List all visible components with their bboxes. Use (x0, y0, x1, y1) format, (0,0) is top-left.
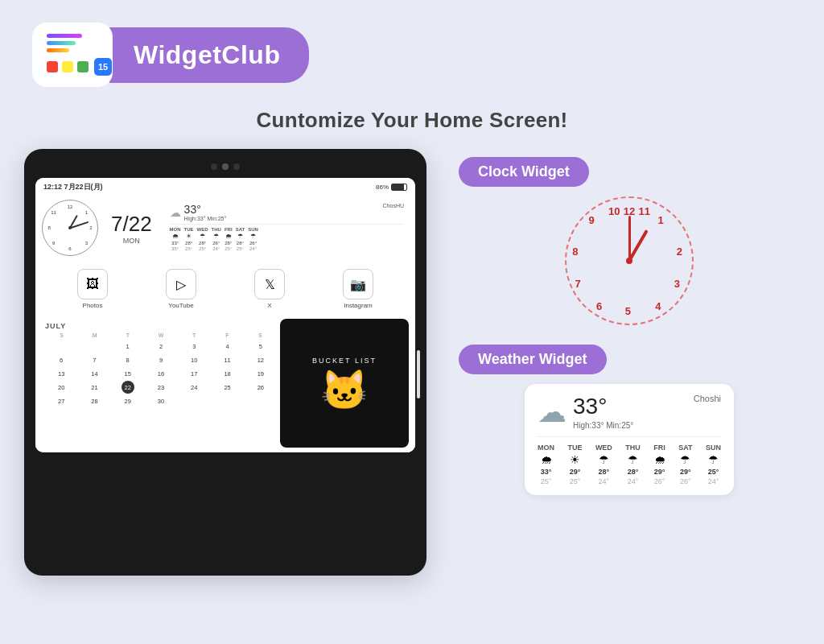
app-icon-item[interactable]: 📷Instagram (343, 269, 373, 309)
clock-num-6-sm: 6 (68, 246, 71, 251)
cn-9: 9 (589, 213, 595, 225)
screen-status-bar: 12:12 7月22日(月) 86% (35, 178, 415, 196)
cal-day-header: F (211, 332, 244, 338)
weather-lg-day-item: FRI🌧29°26° (653, 444, 665, 485)
cal-cell[interactable]: 18 (221, 367, 234, 380)
header: 15 WidgetClub (0, 0, 824, 100)
clock-minute-hand-lg (628, 216, 631, 261)
weather-top: ☁ 33° High:33° Min:25° ChosHU (170, 203, 404, 221)
cal-cell[interactable]: 30 (154, 394, 167, 407)
app-icon-item[interactable]: 𝕏X (254, 269, 285, 309)
clock-face-large: 12 1 2 3 4 5 6 7 8 9 10 11 (565, 196, 694, 325)
cal-cell[interactable]: 16 (154, 367, 167, 380)
clock-center-lg (626, 258, 632, 264)
clock-num-12: 12 (68, 204, 73, 209)
cal-cell[interactable]: 12 (254, 353, 267, 366)
cal-cell[interactable]: 4 (221, 340, 234, 353)
weather-day-item-sm: SAT☂28°25° (236, 227, 245, 251)
cal-cell[interactable]: 22 (122, 381, 134, 394)
clock-num-9-sm: 9 (52, 241, 55, 246)
cal-cell[interactable]: 26 (254, 381, 267, 394)
battery-icon (391, 184, 407, 191)
date-widget: 7/22 mon (105, 200, 159, 256)
logo-line-2 (47, 41, 76, 45)
app-icons-row: 🖼Photos▷YouTube𝕏X📷Instagram (35, 259, 415, 314)
cal-cell[interactable]: 5 (254, 340, 267, 353)
weather-day-item-sm: THU☂26°24° (212, 227, 221, 251)
battery-percent: 86% (376, 184, 389, 191)
cal-cell (55, 340, 68, 353)
status-time: 12:12 7月22日(月) (43, 182, 103, 192)
clock-num-1: 1 (85, 210, 88, 215)
cal-cell[interactable]: 27 (55, 394, 68, 407)
weather-lg-range: High:33° Min:25° (573, 421, 633, 430)
cal-cell[interactable]: 3 (187, 340, 200, 353)
cn-10: 10 (608, 204, 620, 217)
logo-dot-green (77, 61, 89, 72)
weather-location-sm: ChosHU (383, 203, 404, 208)
logo-line-3 (47, 48, 69, 52)
cal-cell[interactable]: 2 (154, 340, 167, 353)
logo-dot-yellow (62, 61, 73, 72)
cal-cell[interactable]: 6 (55, 353, 68, 366)
clock-num-11-sm: 11 (51, 210, 56, 215)
weather-day-item-sm: TUE☀28°25° (184, 227, 194, 251)
cn-4: 4 (655, 300, 661, 312)
cal-cell[interactable]: 1 (122, 340, 134, 353)
app-icon-label: Instagram (344, 302, 373, 309)
weather-lg-high: High:33° (573, 421, 604, 430)
cal-cell (187, 394, 200, 407)
weather-lg-day-item: THU☂28°24° (625, 444, 641, 485)
clock-hour-hand-lg (628, 229, 648, 262)
scroll-indicator[interactable] (417, 350, 420, 398)
cal-cell[interactable]: 7 (88, 353, 101, 366)
cal-cell[interactable]: 17 (187, 367, 200, 380)
weather-day-item-sm: SUN☂26°24° (248, 227, 258, 251)
cn-8: 8 (572, 245, 578, 257)
camera-dot-1 (211, 163, 217, 170)
cal-cell[interactable]: 13 (55, 367, 68, 380)
weather-lg-day-item: MON🌧33°25° (538, 444, 554, 485)
cal-day-header: S (45, 332, 78, 338)
cal-day-header: M (78, 332, 111, 338)
cal-cell[interactable]: 21 (88, 381, 101, 394)
cal-cell (88, 340, 101, 353)
cal-cell[interactable]: 8 (122, 353, 134, 366)
clock-widget-label: Clock Widget (459, 157, 589, 187)
weather-main: ☁ 33° High:33° Min:25° (170, 203, 227, 221)
logo-box: 15 (32, 23, 113, 87)
weather-day-item-sm: WED☂28°25° (197, 227, 208, 251)
calendar-month: JULY (45, 322, 277, 330)
cal-cell[interactable]: 23 (154, 381, 167, 394)
cal-day-header: T (178, 332, 211, 338)
cal-cell[interactable]: 20 (55, 381, 68, 394)
weather-lg-top: ☁ 33° High:33° Min:25° Choshi (538, 394, 721, 430)
bucket-list-widget: Bucket List 🐱 (280, 319, 409, 448)
brand-pill: WidgetClub (109, 27, 309, 83)
weather-lg-location: Choshi (694, 394, 721, 403)
weather-lg-day-item: SUN☂25°24° (706, 444, 721, 485)
cal-cell[interactable]: 24 (187, 381, 200, 394)
weather-lg-days: MON🌧33°25°TUE☀29°25°WED☂28°24°THU☂28°24°… (538, 436, 721, 485)
right-panel: Clock Widget 12 1 2 3 4 5 6 7 8 9 10 11 (459, 149, 800, 495)
cal-cell[interactable]: 29 (122, 394, 134, 407)
cal-cell[interactable]: 11 (221, 353, 234, 366)
cal-cell[interactable]: 25 (221, 381, 234, 394)
app-icon-item[interactable]: 🖼Photos (77, 269, 108, 309)
bucket-title: Bucket List (312, 357, 377, 365)
cal-cell[interactable]: 9 (154, 353, 167, 366)
weather-lg-day-item: SAT☂29°26° (678, 444, 692, 485)
screen-bottom: JULY SMTWTFS 123456789101112131415161718… (35, 314, 415, 452)
tablet-screen: 12:12 7月22日(月) 86% 12 1 2 3 (35, 178, 415, 452)
cal-cell[interactable]: 15 (122, 367, 134, 380)
app-icon-box: 𝕏 (254, 269, 285, 299)
app-icon-item[interactable]: ▷YouTube (166, 269, 196, 309)
tablet-camera-row (35, 163, 415, 170)
weather-range-sm: High:33° Min:25° (184, 216, 227, 221)
cal-cell[interactable]: 19 (254, 367, 267, 380)
date-day: mon (123, 237, 140, 245)
cal-cell[interactable]: 28 (88, 394, 101, 407)
widgets-row: 12 1 2 3 6 9 8 11 7/22 m (35, 196, 415, 259)
cal-cell[interactable]: 14 (88, 367, 101, 380)
cal-cell[interactable]: 10 (187, 353, 200, 366)
